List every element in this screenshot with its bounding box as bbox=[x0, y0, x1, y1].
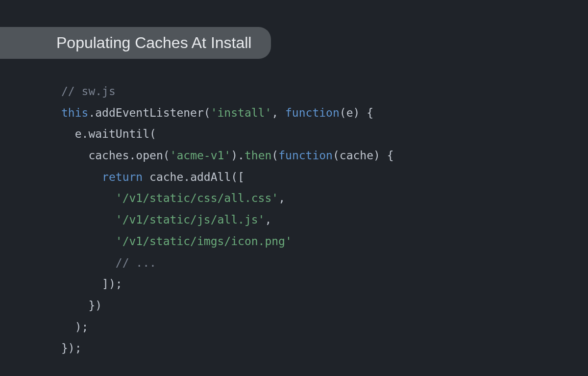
code-close: }) bbox=[88, 299, 102, 312]
code-string: 'install' bbox=[211, 106, 272, 119]
code-close: }); bbox=[61, 342, 82, 354]
code-dot: . bbox=[238, 149, 245, 162]
code-indent bbox=[61, 256, 116, 269]
code-params: (e) { bbox=[340, 106, 373, 119]
code-then: then bbox=[245, 149, 271, 162]
code-indent bbox=[61, 277, 102, 290]
code-string: 'acme-v1' bbox=[170, 149, 231, 162]
code-var: e bbox=[75, 127, 82, 140]
code-indent bbox=[61, 213, 116, 226]
slide-title: Populating Caches At Install bbox=[56, 34, 251, 51]
code-dot: . bbox=[88, 106, 95, 119]
code-comma: , bbox=[278, 192, 285, 204]
code-string: '/v1/static/imgs/icon.png' bbox=[116, 235, 292, 248]
code-comment: // ... bbox=[116, 256, 156, 269]
code-dot: . bbox=[82, 127, 89, 140]
slide-title-tab: Populating Caches At Install bbox=[0, 27, 271, 59]
code-indent bbox=[61, 171, 102, 183]
code-indent bbox=[61, 321, 75, 333]
code-var: cache bbox=[149, 171, 183, 183]
code-indent bbox=[61, 149, 88, 162]
code-paren: ( bbox=[204, 106, 211, 119]
code-method: addEventListener bbox=[95, 106, 204, 119]
code-paren: ( bbox=[271, 149, 278, 162]
code-dot: . bbox=[129, 149, 136, 162]
code-comment: // sw.js bbox=[61, 85, 116, 98]
code-block: // sw.js this.addEventListener('install'… bbox=[61, 81, 394, 359]
code-indent bbox=[61, 192, 116, 204]
code-comma: , bbox=[265, 213, 271, 226]
code-var: caches bbox=[88, 149, 129, 162]
code-bracket: ([ bbox=[231, 171, 245, 183]
code-this: this bbox=[61, 106, 88, 119]
code-params: (cache) { bbox=[333, 149, 394, 162]
code-indent bbox=[61, 235, 116, 248]
code-indent bbox=[61, 127, 75, 140]
code-return: return bbox=[102, 171, 143, 183]
code-close: ); bbox=[75, 321, 89, 333]
code-space bbox=[143, 171, 149, 183]
code-function: function bbox=[285, 106, 340, 119]
code-paren: ) bbox=[231, 149, 238, 162]
code-comma: , bbox=[271, 106, 285, 119]
code-method: waitUntil bbox=[88, 127, 149, 140]
code-paren: ( bbox=[163, 149, 170, 162]
code-dot: . bbox=[183, 171, 190, 183]
code-indent bbox=[61, 299, 88, 312]
code-function: function bbox=[278, 149, 333, 162]
code-string: '/v1/static/js/all.js' bbox=[116, 213, 265, 226]
code-paren: ( bbox=[149, 127, 156, 140]
code-method: open bbox=[136, 149, 163, 162]
code-method: addAll bbox=[190, 171, 231, 183]
code-close: ]); bbox=[102, 277, 122, 290]
code-string: '/v1/static/css/all.css' bbox=[116, 192, 278, 204]
